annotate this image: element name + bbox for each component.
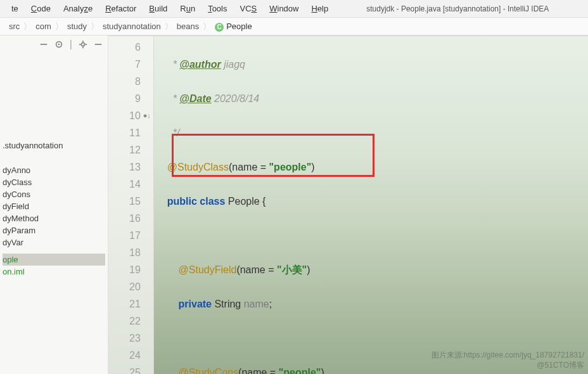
workarea: | .studyannotation dyAnno dyClass dyCons… [0,35,588,374]
crumb-studyannotation[interactable]: studyannotation [99,22,165,31]
tree-item[interactable]: dyClass [3,176,105,188]
svg-point-3 [81,42,84,46]
watermark: 图片来源:https://gitee.com/jyq_18792721831/@… [431,350,584,370]
tree-item-people[interactable]: ople [3,254,105,266]
tree-item[interactable]: dyAnno [3,164,105,176]
target-icon[interactable] [54,40,63,49]
class-icon: C [215,23,224,32]
gear-icon[interactable] [79,40,87,49]
menu-analyze[interactable]: Analyze [57,4,99,13]
crumb-com[interactable]: com [32,22,55,31]
tree-item[interactable]: dyMethod [3,212,105,224]
menu-bar: te Code Analyze Refactor Build Run Tools… [0,0,588,18]
menu-code[interactable]: Code [25,4,57,13]
window-title: studyjdk - People.java [studyannotation]… [360,4,555,13]
implements-icon[interactable]: ●↓ [143,107,151,124]
sidebar-toolbar: | [0,35,108,53]
editor: CPeople.java× CMan.java× @StudyAnno.java… [108,35,588,374]
svg-rect-0 [40,44,47,45]
code-area[interactable]: 6789 10●↓ 11121314 15161718 19202122 232… [108,36,588,374]
menu-te[interactable]: te [5,4,25,13]
tree-item[interactable]: dyCons [3,188,105,200]
breadcrumb: src〉 com〉 study〉 studyannotation〉 beans〉… [0,18,588,35]
menu-help[interactable]: Help [305,4,335,13]
svg-rect-4 [95,44,102,45]
crumb-study[interactable]: study [63,22,91,31]
tree-item-iml[interactable]: on.iml [3,266,105,278]
hide-icon[interactable] [94,40,103,49]
tree-item[interactable]: dyVar [3,236,105,248]
tree-item[interactable]: dyField [3,200,105,212]
menu-build[interactable]: Build [143,4,174,13]
svg-point-2 [58,44,60,46]
crumb-beans[interactable]: beans [173,22,203,31]
menu-vcs[interactable]: VCS [233,4,263,13]
tree-item[interactable]: dyParam [3,224,105,236]
tree-pkg[interactable]: .studyannotation [3,139,105,152]
crumb-src[interactable]: src [5,22,23,31]
project-sidebar: | .studyannotation dyAnno dyClass dyCons… [0,35,108,374]
code-lines[interactable]: * @author jiagq * @Date 2020/8/14 */ @St… [154,36,588,374]
menu-tools[interactable]: Tools [201,4,233,13]
menu-run[interactable]: Run [174,4,201,13]
project-tree[interactable]: .studyannotation dyAnno dyClass dyCons d… [0,53,108,281]
crumb-people[interactable]: CPeople [211,22,255,32]
gutter: 6789 10●↓ 11121314 15161718 19202122 232… [108,36,154,374]
menu-window[interactable]: Window [263,4,305,13]
menu-refactor[interactable]: Refactor [99,4,143,13]
collapse-icon[interactable] [39,40,48,49]
